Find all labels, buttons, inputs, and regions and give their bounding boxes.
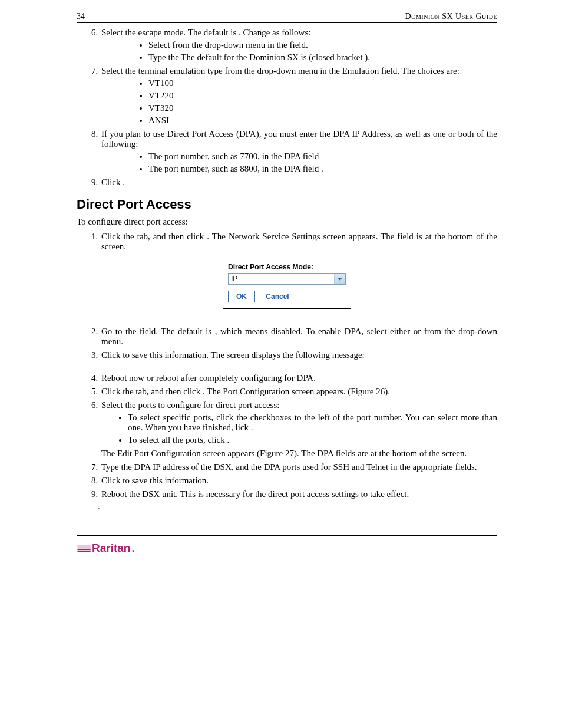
dpa-mode-select[interactable]: IP [228, 273, 346, 285]
steps-list-upper: Select the escape mode. The default is .… [77, 28, 497, 187]
step-text: Select the ports to configure for direct… [101, 400, 279, 410]
bullet: VT100 [148, 78, 497, 88]
step-b8: Click to save this information. [100, 476, 497, 486]
bullet: ANSI [148, 116, 497, 126]
raritan-logo: ≣≣ Raritan. [77, 542, 135, 555]
step-b6-tail: The Edit Port Configuration screen appea… [101, 449, 497, 459]
bullet: The port number, such as 7700, in the DP… [148, 151, 497, 162]
step-text: Select the escape mode. The default is .… [101, 28, 310, 37]
page-footer: ≣≣ Raritan. [77, 535, 497, 555]
logo-dot: . [131, 542, 134, 555]
step-b6: Select the ports to configure for direct… [100, 400, 497, 459]
step-b1: Click the tab, and then click . The Netw… [100, 232, 497, 252]
dpa-mode-dialog: Direct Port Access Mode: IP OK Cancel [223, 258, 351, 309]
bullet: VT220 [148, 91, 497, 101]
guide-title: Dominion SX User Guide [405, 12, 497, 21]
dialog-label: Direct Port Access Mode: [228, 263, 346, 271]
ok-button[interactable]: OK [228, 291, 255, 302]
bullet: To select specific ports, click the chec… [128, 413, 497, 433]
step-b5: Click the tab, and then click . The Port… [100, 387, 497, 397]
section-heading: Direct Port Access [77, 197, 497, 212]
step-text: Click . [101, 177, 125, 187]
step-text: If you plan to use Direct Port Access (D… [101, 129, 497, 149]
step-b2: Go to the field. The default is , which … [100, 327, 497, 347]
orphan-dot: . [98, 502, 497, 512]
step-text: Click to save this information. The scre… [101, 350, 365, 360]
section-intro: To configure direct port access: [77, 217, 497, 227]
logo-glyph-icon: ≣≣ [77, 542, 90, 555]
steps-list-lower-cont: Go to the field. The default is , which … [77, 327, 497, 499]
step-6: Select the escape mode. The default is .… [100, 28, 497, 62]
bullet: VT320 [148, 103, 497, 113]
page-number: 34 [77, 12, 85, 21]
step-b4: Reboot now or reboot after completely co… [100, 373, 497, 383]
steps-list-lower: Click the tab, and then click . The Netw… [77, 232, 497, 252]
page-header: 34 Dominion SX User Guide [77, 12, 497, 23]
logo-text: Raritan [92, 542, 130, 555]
dialog-figure: Direct Port Access Mode: IP OK Cancel [77, 258, 497, 309]
step-b9: Reboot the DSX unit. This is necessary f… [100, 489, 497, 499]
bullet: To select all the ports, click . [128, 435, 497, 445]
step-9: Click . [100, 177, 497, 187]
step-8: If you plan to use Direct Port Access (D… [100, 129, 497, 174]
bullet: Type the The default for the Dominion SX… [148, 52, 497, 62]
chevron-down-icon [334, 274, 345, 284]
step-7-sublist: VT100 VT220 VT320 ANSI [101, 78, 497, 126]
step-b7: Type the DPA IP address of the DSX, and … [100, 462, 497, 472]
bullet: The port number, such as 8800, in the DP… [148, 164, 497, 174]
step-6-sublist: Select from the drop-down menu in the fi… [101, 40, 497, 62]
cancel-button[interactable]: Cancel [260, 291, 295, 302]
step-8-sublist: The port number, such as 7700, in the DP… [101, 151, 497, 174]
select-value: IP [229, 274, 334, 284]
step-7: Select the terminal emulation type from … [100, 66, 497, 126]
step-text: Select the terminal emulation type from … [101, 66, 459, 75]
bullet: Select from the drop-down menu in the fi… [148, 40, 497, 50]
step-b6-sublist: To select specific ports, click the chec… [101, 413, 497, 445]
step-b3: Click to save this information. The scre… [100, 350, 497, 360]
